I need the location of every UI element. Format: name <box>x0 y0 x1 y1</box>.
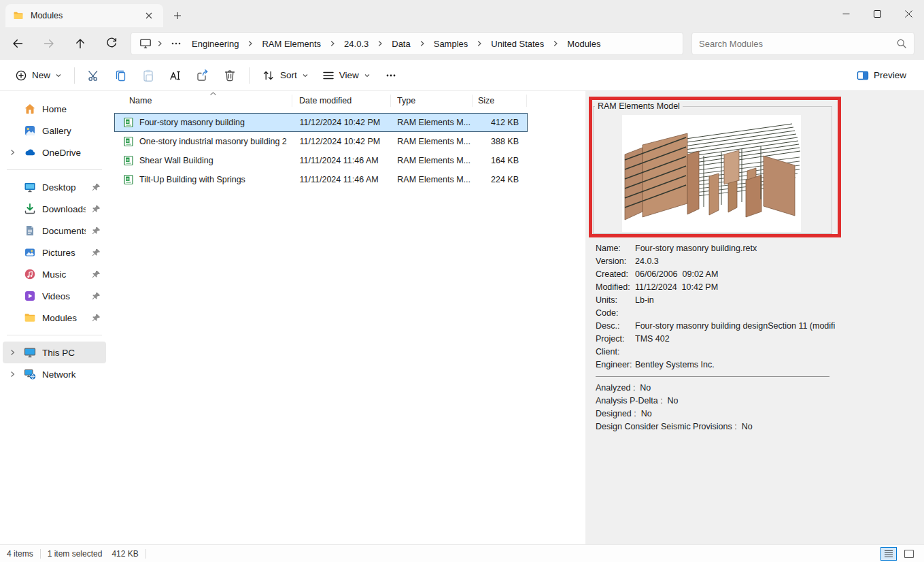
new-plus-circle-icon <box>15 69 27 82</box>
pin-icon <box>92 270 101 279</box>
file-name: Tilt-Up Building with Springs <box>139 175 245 184</box>
status-bar: 4 items 1 item selected 412 KB <box>0 544 924 562</box>
ram-elements-file-icon <box>123 155 134 166</box>
downloads-icon <box>24 203 36 215</box>
file-list: Name Date modified Type Size Four-story … <box>109 91 585 544</box>
breadcrumb-overflow[interactable] <box>167 40 186 47</box>
file-metadata: Name:Four-story masonry building.retx Ve… <box>596 242 840 433</box>
file-size: 224 KB <box>473 175 527 184</box>
new-button-label: New <box>32 70 50 80</box>
groupbox-title: RAM Elements Model <box>595 101 683 111</box>
close-button[interactable] <box>893 0 924 27</box>
breadcrumb-item[interactable]: 24.0.3 <box>339 37 373 51</box>
expand-chevron-icon[interactable] <box>7 369 18 380</box>
expand-chevron-icon[interactable] <box>7 347 18 358</box>
tab-title: Modules <box>31 11 135 20</box>
new-button[interactable]: New <box>8 63 69 88</box>
breadcrumb-item[interactable]: United States <box>486 37 549 51</box>
view-button[interactable]: View <box>315 63 377 88</box>
column-header-name[interactable]: Name <box>114 95 292 107</box>
chevron-right-icon <box>474 39 485 48</box>
cut-button[interactable] <box>80 63 107 88</box>
share-button[interactable] <box>189 63 216 88</box>
details-view-icon <box>883 549 894 559</box>
chevron-down-icon <box>364 72 371 79</box>
breadcrumb-item[interactable]: Data <box>387 37 415 51</box>
sidebar-item-pictures[interactable]: Pictures <box>3 242 106 263</box>
breadcrumb-item-current[interactable]: Modules <box>562 37 605 51</box>
videos-icon <box>24 290 36 302</box>
column-header-type[interactable]: Type <box>391 95 473 107</box>
meta-row: Units:Lb-in <box>596 294 840 307</box>
column-header-size[interactable]: Size <box>473 95 527 107</box>
meta-row: Code: <box>596 307 840 320</box>
file-type: RAM Elements M... <box>391 137 473 146</box>
refresh-button[interactable] <box>99 32 124 55</box>
tab-bar: Modules <box>0 0 924 27</box>
address-bar[interactable]: Engineering RAM Elements 24.0.3 Data Sam… <box>131 32 683 55</box>
new-tab-button[interactable] <box>167 6 188 25</box>
statusbar-divider <box>40 549 41 559</box>
folder-icon <box>12 10 24 22</box>
thumbnail-view-toggle[interactable] <box>901 547 917 561</box>
sidebar-item-network[interactable]: Network <box>3 363 106 385</box>
back-button[interactable] <box>5 32 30 55</box>
minimize-icon <box>842 10 850 18</box>
rename-button[interactable] <box>162 63 189 88</box>
search-input[interactable] <box>699 39 896 49</box>
music-icon <box>24 268 36 280</box>
paste-button[interactable] <box>135 63 162 88</box>
file-row[interactable]: One-story industrial masonry building 2 … <box>114 132 528 151</box>
sort-button-label: Sort <box>280 70 297 80</box>
tab-close-icon[interactable] <box>141 8 156 23</box>
this-pc-breadcrumb-icon[interactable] <box>138 37 153 50</box>
file-row[interactable]: Four-story masonry building 11/12/2024 1… <box>114 113 528 132</box>
sidebar-item-modules[interactable]: Modules <box>3 307 106 329</box>
forward-button[interactable] <box>37 32 61 55</box>
explorer-tab[interactable]: Modules <box>5 4 163 27</box>
chevron-right-icon <box>417 39 428 48</box>
sidebar-item-gallery[interactable]: Gallery <box>3 120 106 142</box>
forward-arrow-icon <box>43 37 55 50</box>
more-options-button[interactable] <box>377 63 405 88</box>
search-icon[interactable] <box>896 38 907 49</box>
sidebar-item-documents[interactable]: Documents <box>3 220 106 242</box>
preview-toggle-button[interactable]: Preview <box>850 63 913 88</box>
breadcrumb-item[interactable]: RAM Elements <box>257 37 326 51</box>
meta-row: Project:TMS 402 <box>596 333 840 346</box>
list-header: Name Date modified Type Size <box>114 91 585 110</box>
statusbar-divider <box>146 549 146 559</box>
search-box[interactable] <box>691 32 914 55</box>
sidebar-item-home[interactable]: Home <box>3 98 106 120</box>
plus-icon <box>173 12 182 20</box>
sidebar-item-downloads[interactable]: Downloads <box>3 198 106 220</box>
back-arrow-icon <box>12 37 24 50</box>
up-button[interactable] <box>68 32 92 55</box>
details-view-toggle[interactable] <box>880 547 897 561</box>
expand-chevron-icon[interactable] <box>7 147 18 158</box>
refresh-icon <box>105 37 118 50</box>
maximize-button[interactable] <box>861 0 893 27</box>
sidebar-item-this-pc[interactable]: This PC <box>3 342 106 363</box>
column-header-date-modified[interactable]: Date modified <box>292 95 391 107</box>
sidebar-item-videos[interactable]: Videos <box>3 285 106 307</box>
model-thumbnail <box>622 115 801 232</box>
command-toolbar: New Sort View <box>0 60 924 91</box>
sort-icon <box>262 69 275 82</box>
copy-button[interactable] <box>107 63 135 88</box>
maximize-icon <box>874 10 881 18</box>
chevron-right-icon <box>550 39 561 48</box>
sort-button[interactable]: Sort <box>255 63 315 88</box>
sidebar-item-onedrive[interactable]: OneDrive <box>3 142 106 163</box>
breadcrumb-item[interactable]: Samples <box>429 37 473 51</box>
pin-icon <box>92 183 101 192</box>
minimize-button[interactable] <box>830 0 861 27</box>
file-row[interactable]: Shear Wall Building 11/11/2024 11:46 AM … <box>114 151 528 170</box>
file-name: Shear Wall Building <box>139 156 213 165</box>
file-row[interactable]: Tilt-Up Building with Springs 11/11/2024… <box>114 170 528 189</box>
sidebar-item-music[interactable]: Music <box>3 263 106 285</box>
breadcrumb-item[interactable]: Engineering <box>187 37 243 51</box>
file-name: One-story industrial masonry building 2 <box>139 137 287 146</box>
delete-button[interactable] <box>216 63 243 88</box>
sidebar-item-desktop[interactable]: Desktop <box>3 176 106 198</box>
